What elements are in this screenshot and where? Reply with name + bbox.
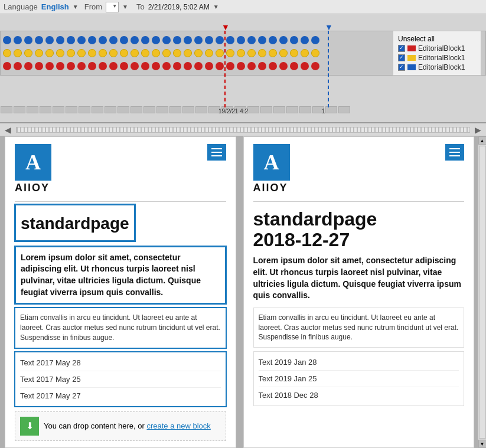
panel-1-body: standardpage Lorem ipsum dolor sit amet,… bbox=[5, 204, 236, 448]
dot bbox=[216, 62, 224, 70]
tick-item[interactable] bbox=[105, 106, 116, 113]
list-item[interactable]: Text 2018 Dec 28 bbox=[259, 387, 459, 403]
nav-right-arrow[interactable]: ▶ bbox=[472, 125, 484, 135]
tick-item[interactable] bbox=[79, 106, 90, 113]
tick-item[interactable] bbox=[66, 106, 77, 113]
scrollbar-down[interactable]: ▼ bbox=[478, 440, 487, 448]
legend-item-1[interactable]: EditorialBlock1 bbox=[398, 54, 476, 62]
dot bbox=[120, 49, 128, 57]
tick-label: 19/2/21 4:2 bbox=[218, 108, 248, 115]
to-dropdown-arrow[interactable]: ▼ bbox=[213, 4, 219, 10]
scrollbar-track[interactable] bbox=[479, 146, 486, 439]
tick-item[interactable] bbox=[260, 106, 272, 113]
from-dropdown-arrow[interactable]: ▼ bbox=[122, 4, 128, 10]
hamburger-button-1[interactable] bbox=[207, 144, 226, 161]
hamburger-line bbox=[211, 155, 222, 156]
legend-item-2[interactable]: EditorialBlock1 bbox=[398, 63, 476, 71]
tick-item[interactable] bbox=[286, 106, 298, 113]
tick-item[interactable] bbox=[338, 106, 350, 113]
panel-2-header: A AllOY bbox=[244, 137, 474, 199]
legend-item-0[interactable]: EditorialBlock1 bbox=[398, 44, 476, 53]
logo-square-1: A bbox=[15, 144, 51, 181]
list-item[interactable]: Text 2017 May 25 bbox=[20, 371, 221, 388]
legend-checkbox-1[interactable] bbox=[398, 54, 405, 61]
list-item[interactable]: Text 2017 May 28 bbox=[20, 355, 221, 371]
dot bbox=[173, 49, 181, 57]
language-value[interactable]: English bbox=[41, 2, 69, 11]
link-list-2: Text 2019 Jan 28 Text 2019 Jan 25 Text 2… bbox=[253, 351, 465, 406]
dot bbox=[269, 36, 277, 44]
dot bbox=[3, 49, 11, 57]
hamburger-button-2[interactable] bbox=[445, 144, 464, 161]
dot bbox=[247, 49, 256, 57]
legend: Unselect all EditorialBlock1 EditorialBl… bbox=[393, 31, 481, 76]
logo-block-2: A AllOY bbox=[253, 144, 290, 194]
tick-item[interactable] bbox=[40, 106, 51, 113]
legend-checkbox-2[interactable] bbox=[398, 64, 405, 71]
dot bbox=[24, 49, 32, 57]
tick-item[interactable] bbox=[195, 106, 207, 113]
dot bbox=[184, 49, 192, 57]
unselect-all-label: Unselect all bbox=[398, 35, 435, 43]
dot bbox=[184, 36, 192, 44]
list-item[interactable]: Text 2019 Jan 25 bbox=[259, 371, 459, 387]
from-select[interactable] bbox=[106, 2, 119, 12]
dot bbox=[152, 49, 160, 57]
intro-text-1: Lorem ipsum dolor sit amet, consectetur … bbox=[21, 252, 220, 298]
top-bar: Language English ▼ From ▼ To 2/21/2019, … bbox=[0, 0, 486, 14]
dot bbox=[35, 49, 43, 57]
dot bbox=[173, 62, 181, 70]
to-value: 2/21/2019, 5:02 AM bbox=[148, 3, 210, 11]
tick-item[interactable] bbox=[299, 106, 311, 113]
tick-item[interactable] bbox=[156, 106, 168, 113]
tick-item[interactable] bbox=[325, 106, 337, 113]
intro-text-2: Lorem ipsum dolor sit amet, consectetur … bbox=[253, 255, 465, 301]
dot bbox=[120, 62, 128, 70]
dot bbox=[14, 36, 22, 44]
marker-blue bbox=[328, 31, 329, 107]
language-dropdown-arrow[interactable]: ▼ bbox=[73, 4, 79, 10]
create-new-block-link[interactable]: create a new block bbox=[146, 421, 210, 430]
tick-item[interactable] bbox=[247, 106, 259, 113]
dot bbox=[226, 36, 234, 44]
tick-item[interactable] bbox=[131, 106, 142, 113]
tick-item[interactable] bbox=[273, 106, 285, 113]
dot bbox=[194, 49, 203, 57]
tick-item[interactable] bbox=[182, 106, 194, 113]
tick-item[interactable] bbox=[169, 106, 181, 113]
list-item[interactable]: Text 2017 May 27 bbox=[20, 388, 221, 404]
tick-item[interactable] bbox=[53, 106, 64, 113]
tick-item[interactable] bbox=[27, 106, 38, 113]
dot bbox=[56, 36, 64, 44]
dot bbox=[56, 49, 64, 57]
from-select-wrap[interactable] bbox=[106, 2, 119, 12]
to-label: To bbox=[136, 2, 145, 11]
dot bbox=[88, 62, 96, 70]
tick-item[interactable] bbox=[143, 106, 155, 113]
dot bbox=[3, 62, 11, 70]
scrollbar[interactable]: ▲ ▼ bbox=[478, 136, 486, 448]
nav-scroll[interactable] bbox=[16, 127, 470, 133]
legend-unselect-all[interactable]: Unselect all bbox=[398, 35, 476, 43]
nav-left-arrow[interactable]: ◀ bbox=[2, 125, 14, 135]
dot bbox=[141, 36, 149, 44]
dot bbox=[141, 62, 149, 70]
dot bbox=[247, 36, 256, 44]
page-title-1: standardpage bbox=[21, 215, 129, 233]
dot bbox=[290, 62, 298, 70]
tick-item[interactable] bbox=[118, 106, 129, 113]
legend-checkbox-0[interactable] bbox=[398, 45, 405, 52]
dot bbox=[311, 49, 319, 57]
dot bbox=[131, 62, 139, 70]
scrollbar-up[interactable]: ▲ bbox=[478, 136, 487, 145]
tick-item[interactable] bbox=[92, 106, 103, 113]
hamburger-line bbox=[211, 152, 222, 153]
list-item[interactable]: Text 2019 Jan 28 bbox=[259, 354, 459, 371]
tick-item[interactable] bbox=[1, 106, 12, 113]
panel-divider-1 bbox=[15, 201, 226, 202]
from-label: From bbox=[84, 2, 102, 11]
dot bbox=[290, 36, 298, 44]
tick-item[interactable] bbox=[14, 106, 25, 113]
dot bbox=[109, 62, 118, 70]
dot bbox=[311, 62, 319, 70]
